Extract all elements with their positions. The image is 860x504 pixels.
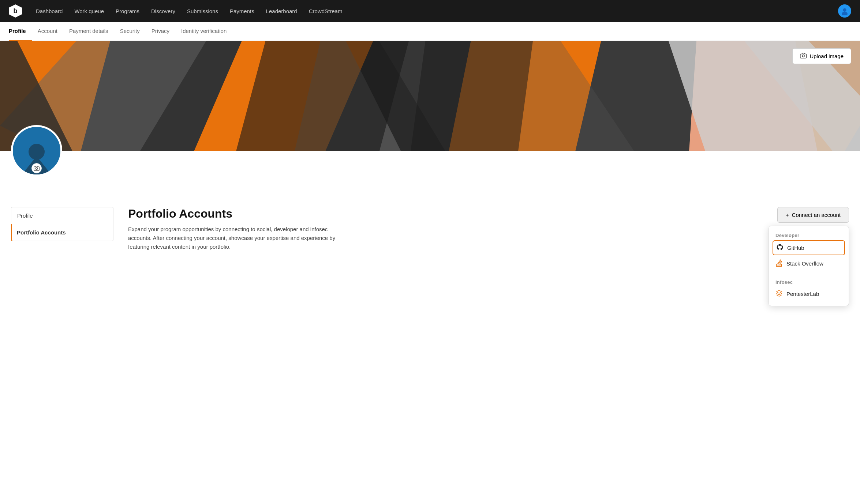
user-avatar[interactable] bbox=[838, 4, 851, 18]
portfolio-section: Portfolio Accounts Expand your program o… bbox=[128, 185, 763, 314]
nav-item-work-queue[interactable]: Work queue bbox=[69, 5, 109, 17]
svg-point-1 bbox=[843, 8, 846, 12]
sidebar-item-profile[interactable]: Profile bbox=[11, 207, 113, 224]
pentesterlab-icon bbox=[775, 290, 783, 298]
plus-icon: + bbox=[786, 212, 789, 218]
main-content: Profile Portfolio Accounts Portfolio Acc… bbox=[0, 176, 860, 323]
connect-account-label: Connect an account bbox=[792, 212, 841, 218]
upload-image-button[interactable]: Upload image bbox=[792, 48, 851, 64]
nav-items: Dashboard Work queue Programs Discovery … bbox=[31, 5, 835, 17]
dropdown-item-github[interactable]: GitHub bbox=[773, 240, 845, 255]
nav-item-crowdstream[interactable]: CrowdStream bbox=[304, 5, 348, 17]
nav-item-programs[interactable]: Programs bbox=[111, 5, 145, 17]
dropdown-item-stackoverflow[interactable]: Stack Overflow bbox=[769, 256, 849, 271]
brand-logo[interactable]: b bbox=[9, 4, 22, 18]
stackoverflow-icon bbox=[775, 259, 783, 268]
profile-avatar-section bbox=[11, 125, 62, 176]
nav-item-submissions[interactable]: Submissions bbox=[182, 5, 223, 17]
portfolio-title: Portfolio Accounts bbox=[128, 207, 763, 221]
connect-account-button[interactable]: + Connect an account bbox=[777, 207, 849, 223]
svg-point-23 bbox=[35, 168, 37, 169]
nav-item-dashboard[interactable]: Dashboard bbox=[31, 5, 68, 17]
subnav-item-security[interactable]: Security bbox=[114, 22, 146, 41]
svg-marker-19 bbox=[406, 41, 538, 151]
subnav-item-profile[interactable]: Profile bbox=[9, 22, 32, 41]
dropdown-divider bbox=[769, 274, 849, 274]
connect-area: + Connect an account Developer GitHub bbox=[777, 207, 849, 223]
subnav-item-account[interactable]: Account bbox=[32, 22, 63, 41]
camera-icon bbox=[800, 52, 807, 60]
upload-image-label: Upload image bbox=[809, 53, 844, 59]
portfolio-description: Expand your program opportunities by con… bbox=[128, 225, 340, 251]
subnav-item-identity-verification[interactable]: Identity verification bbox=[175, 22, 232, 41]
secondary-navigation: Profile Account Payment details Security… bbox=[0, 22, 860, 41]
nav-item-leaderboard[interactable]: Leaderboard bbox=[261, 5, 302, 17]
top-navigation: b Dashboard Work queue Programs Discover… bbox=[0, 0, 860, 22]
subnav-item-payment-details[interactable]: Payment details bbox=[63, 22, 114, 41]
profile-banner: Upload image bbox=[0, 41, 860, 151]
dropdown-item-pentesterlab[interactable]: PentesterLab bbox=[769, 286, 849, 301]
sidebar-item-portfolio-accounts[interactable]: Portfolio Accounts bbox=[11, 224, 113, 241]
profile-sidebar: Profile Portfolio Accounts bbox=[11, 207, 113, 314]
svg-point-20 bbox=[802, 55, 804, 57]
developer-section-label: Developer bbox=[769, 230, 849, 240]
github-icon bbox=[776, 244, 784, 252]
avatar-camera-button[interactable] bbox=[31, 163, 42, 173]
github-label: GitHub bbox=[787, 245, 804, 251]
infosec-section-label: Infosec bbox=[769, 277, 849, 286]
connect-dropdown: Developer GitHub Stack Overflow bbox=[769, 226, 849, 306]
pentesterlab-label: PentesterLab bbox=[786, 291, 819, 297]
nav-item-payments[interactable]: Payments bbox=[225, 5, 259, 17]
subnav-item-privacy[interactable]: Privacy bbox=[146, 22, 175, 41]
stackoverflow-label: Stack Overflow bbox=[786, 260, 823, 267]
nav-item-discovery[interactable]: Discovery bbox=[146, 5, 180, 17]
